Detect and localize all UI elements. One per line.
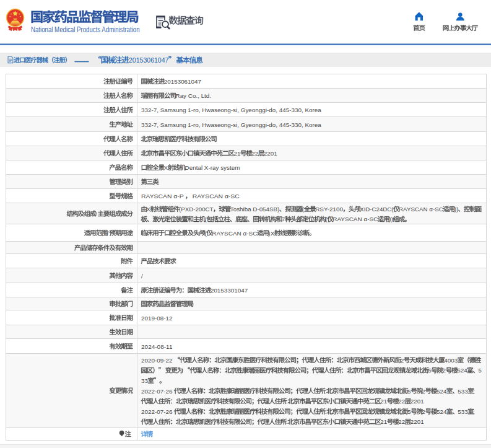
svg-text:RAYSCAN α-SC: RAYSCAN α-SC <box>399 206 443 213</box>
svg-text:2024-08-11: 2024-08-11 <box>141 343 172 350</box>
svg-text:5: 5 <box>428 367 431 374</box>
svg-text:2022-07-26: 2022-07-26 <box>141 388 174 395</box>
svg-text:332-7, Samsung 1-ro, Hwaseong-: 332-7, Samsung 1-ro, Hwaseong-si, Gyeong… <box>141 121 322 128</box>
svg-text:22: 22 <box>398 418 405 425</box>
svg-text:20153061047: 20153061047 <box>129 56 168 64</box>
svg-text:2: 2 <box>422 408 425 415</box>
svg-text::: : <box>286 398 288 405</box>
svg-text:533: 533 <box>458 388 467 395</box>
svg-text:X: X <box>147 206 151 213</box>
svg-text:4003: 4003 <box>444 357 458 364</box>
svg-text:7: 7 <box>282 216 285 222</box>
svg-text:National Medical Products Admi: National Medical Products Administration <box>31 25 140 34</box>
svg-text:Dental X-ray system: Dental X-ray system <box>185 164 240 171</box>
svg-text::: : <box>325 388 327 395</box>
svg-text:21: 21 <box>234 150 241 157</box>
svg-text:2: 2 <box>401 357 404 364</box>
svg-text:2201: 2201 <box>411 418 424 425</box>
svg-text:33: 33 <box>141 377 148 384</box>
svg-text:)): )) <box>454 206 458 213</box>
svg-text:2201: 2201 <box>264 150 277 157</box>
svg-text:2019-08-12: 2019-08-12 <box>141 315 172 322</box>
svg-text:533: 533 <box>458 408 467 415</box>
svg-text:22: 22 <box>251 150 258 157</box>
svg-text:5: 5 <box>407 388 411 395</box>
svg-text:RAYSCAN α-SC: RAYSCAN α-SC <box>212 230 257 237</box>
svg-text:2022-07-26: 2022-07-26 <box>141 408 174 415</box>
svg-text:2201: 2201 <box>411 398 424 405</box>
svg-text:/: / <box>141 273 143 279</box>
svg-text:RAYSCAN α-P: RAYSCAN α-P <box>141 193 185 200</box>
svg-text:RAYSCAN α-SC: RAYSCAN α-SC <box>191 193 240 200</box>
svg-text:5: 5 <box>479 367 482 374</box>
svg-text:5: 5 <box>407 408 411 415</box>
svg-text:/: / <box>95 211 97 217</box>
svg-text:XID-C24DC(: XID-C24DC( <box>360 206 394 213</box>
svg-text:20153061047: 20153061047 <box>164 78 201 85</box>
svg-text:21: 21 <box>380 398 387 405</box>
svg-text:2: 2 <box>443 367 446 374</box>
svg-text:Toshiba D-054SB): Toshiba D-054SB) <box>230 206 280 213</box>
svg-text:)): )) <box>389 216 393 222</box>
svg-text:)X: )X <box>268 230 275 237</box>
svg-text:;: ; <box>473 388 475 395</box>
svg-text:RAYSCAN α-SC: RAYSCAN α-SC <box>332 216 378 222</box>
svg-text:20153301047: 20153301047 <box>211 287 248 294</box>
svg-text:2020-09-22: 2020-09-22 <box>141 357 174 364</box>
svg-text:;: ; <box>473 408 475 415</box>
svg-text:22: 22 <box>398 398 405 405</box>
svg-text:21: 21 <box>380 418 387 425</box>
svg-text:X: X <box>164 164 168 171</box>
svg-text:(PXD-200CT: (PXD-200CT <box>179 206 214 213</box>
svg-text:Ray Co., Ltd.: Ray Co., Ltd. <box>176 92 212 99</box>
svg-text:524: 524 <box>437 388 446 395</box>
svg-text:2: 2 <box>422 388 425 395</box>
svg-text:524: 524 <box>437 408 446 415</box>
svg-text:RSY-2100: RSY-2100 <box>315 206 343 213</box>
svg-text::: : <box>325 408 327 415</box>
svg-text:/: / <box>107 230 109 237</box>
svg-text:332-7, Samsung 1-ro, Hwaseong-: 332-7, Samsung 1-ro, Hwaseong-si, Gyeong… <box>141 107 322 113</box>
svg-text:524: 524 <box>457 367 467 374</box>
svg-text::: : <box>286 418 288 425</box>
